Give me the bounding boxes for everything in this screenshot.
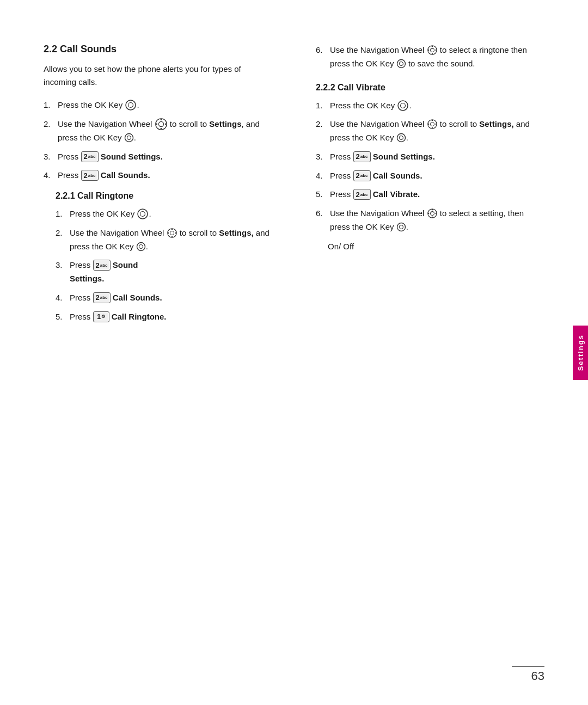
svg-point-14 — [171, 229, 172, 230]
svg-point-8 — [125, 133, 133, 142]
right-sub-step-3-content: Press 2abc Sound Settings. — [330, 150, 544, 164]
section-description: Allows you to set how the phone alerts y… — [44, 63, 272, 89]
sub-step-5: 5. Press 1⚙ Call Ringtone. — [56, 310, 272, 324]
svg-point-37 — [399, 136, 403, 140]
section-title-2-2: 2.2 Call Sounds — [44, 44, 272, 55]
svg-point-18 — [137, 242, 145, 250]
right-sub-step-6: 6. Use the Navigation Wheel — [316, 207, 544, 234]
svg-point-22 — [431, 46, 432, 47]
key-2abc-btn-2: 2abc — [81, 170, 99, 181]
svg-point-32 — [431, 120, 432, 121]
ok-key-icon-r2 — [396, 133, 406, 143]
right-sub-step-1-content: Press the OK Key . — [330, 99, 544, 113]
nav-wheel-icon — [155, 118, 168, 131]
key-2abc-btn-r5: 2abc — [353, 189, 371, 200]
on-off-label: On/ Off — [328, 242, 544, 251]
svg-point-35 — [435, 124, 436, 125]
svg-point-29 — [401, 103, 406, 108]
right-sub-step-2: 2. Use the Navigation Wheel to sc — [316, 118, 544, 145]
right-sub-step-5: 5. Press 2abc Call Vibrate. — [316, 188, 544, 201]
svg-point-34 — [428, 124, 429, 125]
sub-step-2-number: 2. — [56, 226, 68, 240]
sidebar-label: Settings — [577, 334, 585, 371]
step-2-number: 2. — [44, 118, 56, 131]
right-sub-step-3: 3. Press 2abc Sound Settings. — [316, 150, 544, 164]
step-2-content: Use the Navigation Wheel to scroll to Se… — [58, 118, 272, 145]
settings-sidebar-tab: Settings — [573, 326, 588, 380]
page-container: 2.2 Call Sounds Allows you to set how th… — [0, 0, 588, 705]
right-sub-step-2-number: 2. — [316, 118, 328, 131]
svg-point-7 — [165, 123, 167, 125]
sub-step-4-number: 4. — [56, 291, 68, 304]
sub-step-3-content: Press 2abc SoundSettings. — [70, 259, 272, 286]
step-3: 3. Press 2abc Sound Settings. — [44, 150, 272, 164]
svg-point-27 — [399, 62, 403, 65]
svg-point-1 — [128, 103, 133, 108]
key-2abc-btn: 2abc — [81, 151, 99, 162]
svg-point-26 — [397, 59, 405, 68]
svg-point-4 — [160, 119, 162, 120]
right-sub-step-6-number: 6. — [316, 207, 328, 220]
svg-point-17 — [175, 232, 176, 234]
key-2abc-btn-s3: 2abc — [93, 260, 111, 271]
right-sub-step-5-content: Press 2abc Call Vibrate. — [330, 188, 544, 201]
svg-point-23 — [431, 53, 432, 54]
svg-point-40 — [431, 209, 432, 210]
footer-line — [512, 666, 544, 667]
section-title-2-2-2: 2.2.2 Call Vibrate — [316, 83, 544, 93]
sub-step-5-content: Press 1⚙ Call Ringtone. — [70, 310, 272, 324]
nav-wheel-icon-s2 — [167, 228, 177, 238]
sub-steps-container: 1. Press the OK Key . 2. — [56, 207, 272, 323]
content-area: 2.2 Call Sounds Allows you to set how th… — [44, 44, 544, 672]
subsection-title-2-2-1: 2.2.1 Call Ringtone — [56, 191, 272, 201]
right-sub-step-3-number: 3. — [316, 150, 328, 163]
step-4-number: 4. — [44, 169, 56, 182]
key-2abc-btn-r3: 2abc — [353, 151, 371, 162]
step-4: 4. Press 2abc Call Sounds. — [44, 169, 272, 182]
nav-wheel-icon-r2 — [427, 119, 438, 130]
svg-point-31 — [430, 122, 434, 126]
svg-point-39 — [430, 211, 434, 215]
key-2abc-btn-r4: 2abc — [353, 170, 371, 181]
key-1oo-btn: 1⚙ — [93, 311, 109, 322]
sub-step-2: 2. Use the Navigation Wheel — [56, 226, 272, 254]
svg-point-24 — [428, 50, 429, 51]
svg-point-6 — [156, 123, 157, 125]
right-sub-step-1: 1. Press the OK Key . — [316, 99, 544, 113]
step-3-content: Press 2abc Sound Settings. — [58, 150, 272, 164]
svg-point-41 — [431, 217, 432, 218]
key-2abc-btn-s4: 2abc — [93, 292, 111, 303]
sub-step-1: 1. Press the OK Key . — [56, 207, 272, 221]
step-1-content: Press the OK Key . — [58, 99, 272, 112]
sub-step-5-number: 5. — [56, 310, 68, 323]
right-sub-step-2-content: Use the Navigation Wheel to scroll to Se… — [330, 118, 544, 145]
nav-wheel-icon-r6b — [427, 208, 438, 219]
svg-point-13 — [170, 231, 174, 235]
right-step-6-number: 6. — [316, 44, 328, 57]
sub-step-3-number: 3. — [56, 259, 68, 272]
svg-point-16 — [168, 232, 169, 234]
sub-step-1-content: Press the OK Key . — [70, 207, 272, 221]
right-sub-step-6-content: Use the Navigation Wheel to select a — [330, 207, 544, 234]
right-sub-step-1-number: 1. — [316, 99, 328, 112]
step-3-number: 3. — [44, 150, 56, 163]
svg-point-9 — [127, 136, 131, 139]
svg-point-0 — [126, 100, 136, 110]
svg-point-21 — [430, 48, 434, 52]
step-1: 1. Press the OK Key . — [44, 99, 272, 112]
ok-key-icon-r1 — [397, 100, 409, 112]
step-4-content: Press 2abc Call Sounds. — [58, 169, 272, 182]
sub-step-4: 4. Press 2abc Call Sounds. — [56, 291, 272, 305]
page-number: 63 — [531, 669, 544, 683]
step-2: 2. Use the Navigation Wheel to sc — [44, 118, 272, 145]
svg-point-25 — [435, 50, 436, 51]
svg-point-19 — [139, 244, 143, 248]
svg-point-10 — [138, 209, 148, 219]
left-column: 2.2 Call Sounds Allows you to set how th… — [44, 44, 283, 672]
svg-point-44 — [397, 223, 405, 231]
svg-point-42 — [428, 213, 429, 214]
ok-key-icon-s2 — [136, 242, 146, 252]
svg-point-43 — [435, 213, 436, 214]
ok-key-icon-r6b — [396, 222, 406, 232]
svg-point-3 — [158, 121, 163, 126]
